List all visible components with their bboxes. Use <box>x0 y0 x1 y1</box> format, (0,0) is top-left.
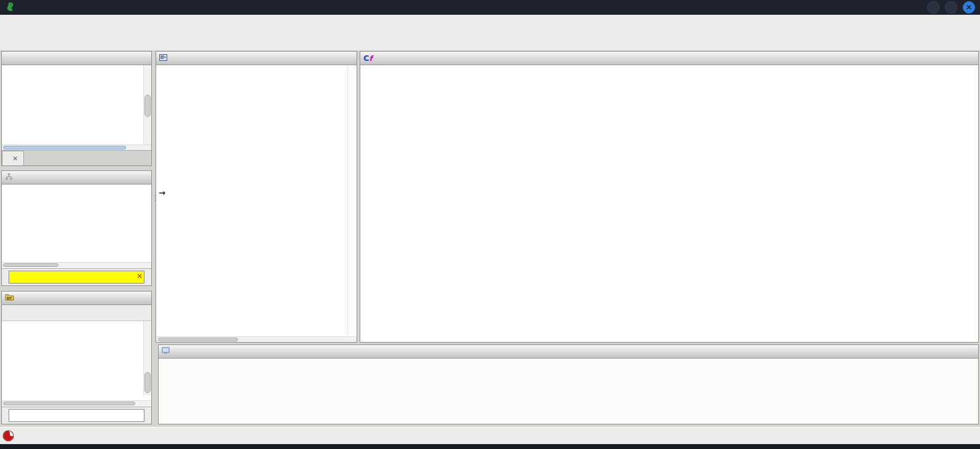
clear-filter-icon[interactable]: ✕ <box>136 272 143 280</box>
statusbar <box>0 427 980 444</box>
main-toolbar <box>0 33 980 51</box>
symbol-tree-panel: ✕ <box>1 170 152 286</box>
decompile-panel: Cf <box>360 51 979 343</box>
dtm-filter-input[interactable] <box>9 409 144 422</box>
program-tree-tabbar: × <box>2 150 151 165</box>
tab-program-tree[interactable]: × <box>2 151 24 165</box>
ghidra-status-dragon-icon[interactable] <box>2 430 14 443</box>
console-output[interactable] <box>159 359 978 424</box>
desktop-strip <box>0 444 980 449</box>
dtm-filter-row <box>2 407 151 424</box>
symbol-tree-header[interactable] <box>2 171 151 185</box>
splitter-handle[interactable]: ⋮ <box>152 197 156 199</box>
cursor-location-arrow-icon: → <box>159 188 165 197</box>
program-trees-vscrollbar[interactable] <box>143 65 151 145</box>
program-trees-panel: × <box>1 51 152 166</box>
minimize-button[interactable]: – <box>927 1 939 14</box>
listing-icon <box>159 54 167 63</box>
symbol-tree-filter-row: ✕ <box>2 268 151 285</box>
dtm-toolbar <box>2 305 151 321</box>
maximize-button[interactable]: ▢ <box>945 1 957 14</box>
data-type-manager-panel: DT <box>1 291 152 424</box>
decompiler-cf-icon: Cf <box>363 54 373 63</box>
tab-close-icon[interactable]: × <box>12 154 18 162</box>
console-icon <box>162 347 170 356</box>
program-trees-hscrollbar[interactable] <box>2 145 151 150</box>
console-panel <box>158 344 979 424</box>
decompile-header[interactable]: Cf <box>360 52 978 65</box>
console-header[interactable] <box>159 345 978 359</box>
listing-hscrollbar[interactable] <box>156 336 357 342</box>
close-window-button[interactable]: ✕ <box>963 1 975 14</box>
program-trees-header[interactable] <box>2 52 151 65</box>
listing-header[interactable] <box>156 52 357 65</box>
symbol-tree-icon <box>5 173 13 182</box>
svg-text:DT: DT <box>7 296 12 300</box>
listing-panel: → <box>156 51 357 343</box>
dtm-hscrollbar[interactable] <box>2 400 151 406</box>
symbol-filter-input[interactable] <box>9 271 144 284</box>
titlebar: – ▢ ✕ <box>0 0 980 15</box>
dtm-vscrollbar[interactable] <box>143 321 151 395</box>
dtm-header[interactable]: DT <box>2 292 151 305</box>
listing-mark-margin[interactable] <box>347 65 356 336</box>
menubar <box>0 15 980 33</box>
ghidra-dragon-icon <box>5 2 15 14</box>
dtm-icon: DT <box>5 293 14 303</box>
symbol-tree-hscrollbar[interactable] <box>2 262 151 268</box>
